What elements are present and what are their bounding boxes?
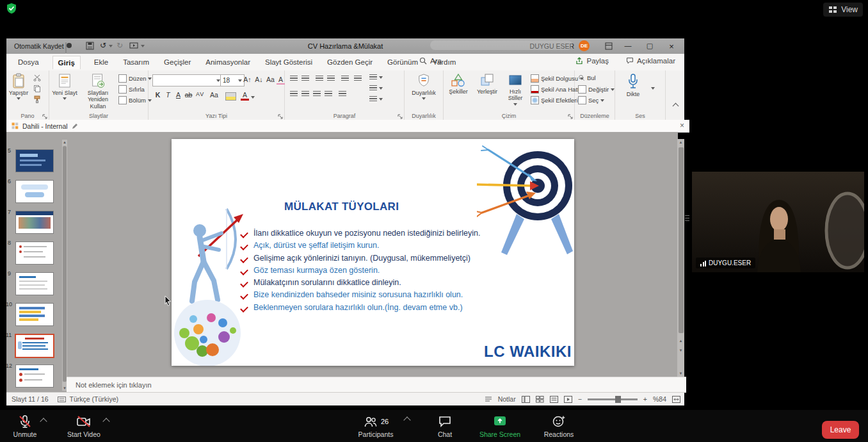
paragraph-dialog-launcher-icon[interactable] xyxy=(398,114,403,119)
highlight-color-button[interactable] xyxy=(225,92,236,101)
text-direction-button[interactable] xyxy=(369,74,383,81)
font-color-button[interactable]: A xyxy=(241,91,249,101)
minimize-button[interactable]: — xyxy=(622,42,634,49)
slide-thumbnail-8[interactable] xyxy=(15,241,54,265)
slide-thumbnail-12[interactable] xyxy=(15,364,54,388)
slide-scroll-up-icon[interactable]: ▲ xyxy=(677,140,684,144)
line-spacing-icon[interactable] xyxy=(341,76,349,82)
notes-toggle-label[interactable]: Notlar xyxy=(498,395,516,403)
drawing-dialog-launcher-icon[interactable] xyxy=(568,114,573,119)
reset-button[interactable]: Sıfırla xyxy=(118,85,145,94)
slide-bullet-list[interactable]: İlanı dikkatlice okuyun ve pozisyonu ned… xyxy=(241,229,564,316)
share-button[interactable]: Paylaş xyxy=(575,57,609,65)
shrink-font-button[interactable]: A↓ xyxy=(255,76,263,83)
autosave-toggle[interactable] xyxy=(65,42,67,54)
tab-animasyonlar[interactable]: Animasyonlar xyxy=(204,56,252,69)
clipboard-dialog-launcher-icon[interactable] xyxy=(42,114,47,119)
new-slide-button[interactable]: Yeni Slayt xyxy=(51,73,78,100)
text-shadow-button[interactable]: Aa xyxy=(210,91,218,99)
tab-dosya[interactable]: Dosya xyxy=(17,56,40,69)
zoom-in-button[interactable]: + xyxy=(643,395,647,403)
font-size-combo[interactable]: 18 xyxy=(220,74,245,86)
edit-pencil-icon[interactable] xyxy=(72,123,78,129)
slide-sorter-view-icon[interactable] xyxy=(536,396,544,403)
tab-slayt-gosterisi[interactable]: Slayt Gösterisi xyxy=(264,56,314,69)
tab-gecisler[interactable]: Geçişler xyxy=(163,56,192,69)
change-case-button[interactable]: Aa xyxy=(266,76,275,83)
paste-button[interactable]: Yapıştır xyxy=(8,73,29,100)
thumb-scrollbar-thumb[interactable] xyxy=(63,146,67,382)
tab-giris[interactable]: Giriş xyxy=(52,56,81,69)
slide-scrollbar-thumb[interactable] xyxy=(679,147,684,333)
align-left-icon[interactable] xyxy=(290,91,298,97)
search-box[interactable]: Ara xyxy=(419,57,442,65)
section-button[interactable]: Bölüm xyxy=(118,96,152,104)
shapes-button[interactable]: Şekiller xyxy=(445,73,472,95)
previous-slide-button[interactable]: ▲ xyxy=(677,339,684,343)
slideshow-preview-icon[interactable] xyxy=(129,42,138,49)
infobar-close-icon[interactable]: × xyxy=(680,121,684,130)
sensitivity-button[interactable]: Duyarlılık xyxy=(408,73,439,100)
thumbnail-scrollbar[interactable]: ▲ ▼ xyxy=(62,140,67,391)
zoom-level[interactable]: %84 xyxy=(653,395,666,403)
dictate-button[interactable]: Dikte xyxy=(620,73,646,97)
quick-styles-button[interactable]: Hızlı Stiller xyxy=(502,73,528,106)
chat-button[interactable]: Chat xyxy=(420,414,470,438)
layout-button[interactable]: Düzen xyxy=(118,74,152,83)
text-direction-icon[interactable] xyxy=(354,76,362,82)
normal-view-icon[interactable] xyxy=(522,396,530,403)
undo-icon[interactable]: ↺ xyxy=(100,41,106,50)
restore-button[interactable]: ▢ xyxy=(643,42,656,50)
font-name-combo[interactable] xyxy=(152,74,223,86)
ribbon-options-icon[interactable] xyxy=(605,42,613,50)
tab-gorunum[interactable]: Görünüm xyxy=(386,56,419,69)
columns-icon[interactable] xyxy=(339,91,346,97)
redo-icon[interactable]: ↻ xyxy=(117,41,123,50)
undo-dropdown-icon[interactable] xyxy=(109,45,113,47)
zoom-out-button[interactable]: − xyxy=(578,395,582,403)
slide-thumbnail-7[interactable] xyxy=(15,211,54,234)
slide-thumbnail-11-current[interactable] xyxy=(15,334,54,358)
thumb-scroll-up-icon[interactable]: ▲ xyxy=(62,140,67,144)
tab-gozden-gecir[interactable]: Gözden Geçir xyxy=(326,56,374,69)
save-icon[interactable] xyxy=(86,42,94,50)
increase-indent-icon[interactable] xyxy=(327,76,335,82)
view-button[interactable]: View xyxy=(823,3,863,17)
align-text-button[interactable] xyxy=(369,85,383,92)
zoom-slider-thumb[interactable] xyxy=(615,396,621,403)
quickaccess-dropdown-icon[interactable] xyxy=(141,45,145,47)
slide-thumbnail-6[interactable] xyxy=(15,180,54,203)
leave-button[interactable]: Leave xyxy=(822,421,859,439)
slide-canvas[interactable]: MÜLAKAT TÜYOLARI İlanı dikkatlice okuyun… xyxy=(172,139,574,366)
convert-smartart-button[interactable] xyxy=(369,96,383,102)
format-painter-button[interactable] xyxy=(33,95,41,103)
tab-ekle[interactable]: Ekle xyxy=(93,56,109,69)
grow-font-button[interactable]: A↑ xyxy=(243,76,252,83)
notes-pane[interactable]: Not eklemek için tıklayın xyxy=(67,377,686,393)
find-button[interactable]: Bul xyxy=(578,74,596,81)
align-center-icon[interactable] xyxy=(301,91,309,97)
language-indicator[interactable]: Türkçe (Türkiye) xyxy=(70,395,118,403)
bullets-icon[interactable] xyxy=(290,76,298,82)
slideshow-view-icon[interactable] xyxy=(564,396,572,403)
comments-button[interactable]: Açıklamalar xyxy=(626,57,675,65)
font-dialog-launcher-icon[interactable] xyxy=(278,114,283,119)
font-color-dropdown-icon[interactable] xyxy=(251,96,255,99)
zoom-slider[interactable] xyxy=(588,398,638,400)
collapse-ribbon-icon[interactable] xyxy=(673,103,679,110)
share-screen-button[interactable]: Share Screen xyxy=(475,414,525,438)
close-button[interactable]: × xyxy=(665,42,678,51)
video-panel-drag-handle[interactable] xyxy=(685,213,689,223)
arrange-button[interactable]: Yerleştir xyxy=(473,73,501,95)
decrease-indent-icon[interactable] xyxy=(316,76,323,82)
character-spacing-button[interactable]: AV xyxy=(196,91,204,97)
numbering-icon[interactable] xyxy=(301,76,309,82)
copy-button[interactable] xyxy=(33,85,41,92)
start-video-button[interactable]: Start Video xyxy=(59,414,109,438)
next-slide-button[interactable]: ▼ xyxy=(677,348,684,352)
slide-scroll-down-icon[interactable]: ▼ xyxy=(677,372,684,375)
cut-button[interactable] xyxy=(33,74,41,81)
slide-title[interactable]: MÜLAKAT TÜYOLARI xyxy=(284,201,399,213)
bold-button[interactable]: K xyxy=(154,91,162,99)
slide-thumbnail-9[interactable] xyxy=(15,272,54,295)
